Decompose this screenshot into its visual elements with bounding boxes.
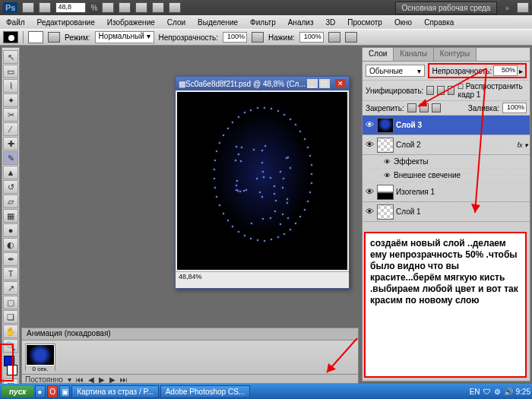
zoom-field[interactable]: 48,8	[55, 2, 86, 13]
eraser-tool[interactable]: ▱	[3, 195, 18, 208]
menu-help[interactable]: Справка	[418, 17, 460, 28]
menu-image[interactable]: Изображение	[101, 17, 161, 28]
brush-opacity-input[interactable]: 100%	[223, 32, 247, 43]
layer-thumb[interactable]	[377, 138, 394, 153]
zoom-tool[interactable]: 🔍	[3, 339, 18, 353]
shape-tool[interactable]: ▢	[3, 296, 18, 309]
layer-row-threshold[interactable]: 👁 Изогелия 1	[363, 182, 530, 202]
path-tool[interactable]: ↗	[3, 281, 18, 295]
next-frame-icon[interactable]: ▶	[109, 375, 116, 384]
brush-tool[interactable]: ✎	[3, 151, 18, 165]
menu-view[interactable]: Просмотр	[341, 17, 388, 28]
propagate-checkbox[interactable]: ☐ Распространить кадр 1	[458, 82, 527, 99]
animation-frame-1[interactable]: 0 сек.	[25, 344, 55, 371]
type-tool[interactable]: T	[3, 267, 18, 280]
chevron-right-icon[interactable]: ▸	[519, 67, 523, 75]
brush-preset-picker[interactable]	[28, 31, 43, 43]
fx-effects[interactable]: 👁 Эффекты	[363, 155, 530, 169]
background-color[interactable]	[7, 365, 17, 375]
menu-layers[interactable]: Слои	[161, 17, 192, 28]
tab-layers[interactable]: Слои	[363, 48, 394, 61]
play-icon[interactable]: ▶	[99, 375, 105, 384]
healing-tool[interactable]: ✚	[3, 137, 18, 150]
fill-input[interactable]: 100%	[502, 103, 527, 113]
layer-thumb[interactable]	[377, 204, 394, 220]
lang-indicator[interactable]: EN	[470, 388, 480, 396]
stamp-tool[interactable]: ▲	[3, 166, 18, 179]
fx-badge[interactable]: fx ▾	[517, 141, 528, 149]
last-frame-icon[interactable]: ⏭	[120, 375, 128, 384]
tab-channels[interactable]: Каналы	[394, 48, 434, 61]
layer-name[interactable]: Слой 3	[396, 121, 528, 129]
lock-position-icon[interactable]	[420, 103, 429, 112]
menu-edit[interactable]: Редактирование	[31, 17, 101, 28]
unify-1-icon[interactable]	[426, 86, 434, 95]
rotate-icon[interactable]	[135, 2, 147, 13]
cs-live-icon[interactable]	[517, 2, 529, 13]
history-brush-tool[interactable]: ↺	[3, 180, 18, 194]
menu-file[interactable]: Файл	[0, 17, 31, 28]
hand-tool[interactable]: ✋	[3, 325, 18, 338]
clock[interactable]: 9:25	[516, 388, 530, 396]
tablet-opacity-icon[interactable]	[252, 32, 264, 43]
prev-frame-icon[interactable]: ◀	[88, 375, 94, 384]
tray-icon[interactable]: ⚙	[494, 388, 501, 396]
collapse-chevrons-icon[interactable]: »	[502, 4, 512, 12]
workspace-button[interactable]: Основная рабочая среда	[395, 2, 498, 14]
3d-tool[interactable]: ❏	[3, 310, 18, 324]
crop-tool[interactable]: ✂	[3, 108, 18, 122]
bridge-icon[interactable]	[22, 2, 34, 13]
layer-opacity-input[interactable]: 50%	[493, 65, 518, 76]
fx-outer-glow[interactable]: 👁 Внешнее свечение	[363, 169, 530, 182]
minimize-icon[interactable]: _	[307, 79, 318, 88]
taskbar-item-1[interactable]: Картина из страз / Р...	[71, 385, 158, 398]
blend-mode-select[interactable]: Нормальный ▾	[95, 31, 154, 43]
unify-2-icon[interactable]	[437, 86, 445, 95]
start-button[interactable]: пуск	[2, 386, 33, 397]
lock-all-icon[interactable]	[432, 103, 441, 112]
close-icon[interactable]: ✕	[335, 79, 346, 88]
quicklaunch-icon[interactable]: ▣	[59, 385, 70, 398]
menu-window[interactable]: Окно	[388, 17, 418, 28]
visibility-icon[interactable]: 👁	[364, 140, 375, 150]
eyedropper-tool[interactable]: ⁄	[3, 122, 18, 136]
tray-icon[interactable]: 🛡	[483, 388, 491, 396]
canvas[interactable]	[177, 92, 347, 270]
menu-select[interactable]: Выделение	[192, 17, 244, 28]
history-icon[interactable]	[39, 2, 51, 13]
menu-analysis[interactable]: Анализ	[282, 17, 320, 28]
quicklaunch-icon[interactable]: ●	[35, 385, 46, 398]
gradient-tool[interactable]: ▦	[3, 209, 18, 223]
document-titlebar[interactable]: ▩ Sc0a6e8d8f21t.psd @ 48,8% (Сл... _ □ ✕	[176, 77, 349, 90]
visibility-icon[interactable]: 👁	[364, 207, 375, 217]
layer-thumb[interactable]	[377, 118, 394, 133]
visibility-icon[interactable]: 👁	[364, 187, 375, 198]
brush-tool-icon[interactable]	[3, 31, 18, 43]
dodge-tool[interactable]: ◐	[3, 238, 18, 252]
loop-select[interactable]: Постоянно	[25, 375, 63, 384]
first-frame-icon[interactable]: ⏮	[76, 375, 84, 384]
tray-icon[interactable]: 🔊	[504, 388, 513, 396]
layer-row-1[interactable]: 👁 Слой 1	[363, 202, 530, 222]
blur-tool[interactable]: ●	[3, 223, 18, 237]
document-window[interactable]: ▩ Sc0a6e8d8f21t.psd @ 48,8% (Сл... _ □ ✕…	[175, 76, 350, 289]
layer-row-3[interactable]: 👁 Слой 3	[363, 116, 530, 135]
taskbar-item-2[interactable]: Adobe Photoshop CS...	[160, 385, 251, 398]
zoom-icon[interactable]	[119, 2, 131, 13]
lasso-tool[interactable]: ⌇	[3, 79, 18, 93]
tab-paths[interactable]: Контуры	[434, 48, 477, 61]
layer-blend-select[interactable]: Обычные▾	[366, 65, 425, 77]
unify-3-icon[interactable]	[448, 86, 455, 95]
layer-row-2[interactable]: 👁 Слой 2 fx ▾	[363, 135, 530, 155]
hand-icon[interactable]	[102, 2, 114, 13]
pen-tool[interactable]: ✒	[3, 252, 18, 266]
layer-name[interactable]: Слой 2	[396, 141, 515, 149]
wand-tool[interactable]: ✦	[3, 93, 18, 107]
visibility-icon[interactable]: 👁	[364, 120, 375, 131]
airbrush-icon[interactable]	[328, 32, 340, 43]
layer-name[interactable]: Слой 1	[396, 207, 528, 216]
brush-flow-input[interactable]: 100%	[299, 32, 324, 43]
quicklaunch-icon[interactable]: O	[47, 385, 58, 398]
menu-3d[interactable]: 3D	[319, 17, 341, 28]
screenmode-icon[interactable]	[169, 2, 181, 13]
